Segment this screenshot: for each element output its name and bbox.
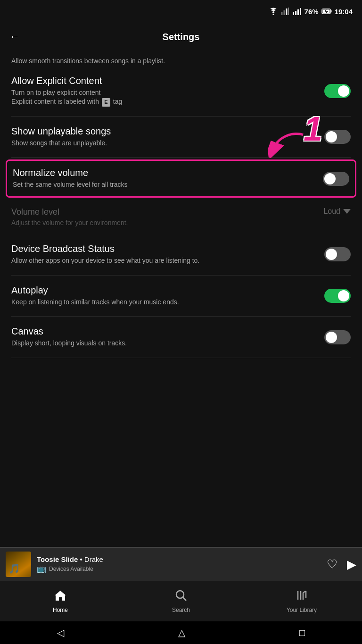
track-device-label: Devices Available xyxy=(49,566,93,572)
svg-rect-10 xyxy=(330,10,331,13)
explicit-toggle-track[interactable] xyxy=(324,84,351,98)
normalize-toggle[interactable] xyxy=(323,172,349,186)
setting-explicit-info: Allow Explicit Content Turn on to play e… xyxy=(11,75,324,107)
broadcast-toggle-track[interactable] xyxy=(324,247,351,261)
back-button[interactable]: ← xyxy=(9,31,20,43)
svg-line-17 xyxy=(183,597,186,601)
canvas-toggle-knob xyxy=(326,332,337,343)
nav-search[interactable]: Search xyxy=(121,589,241,613)
svg-rect-6 xyxy=(295,11,296,15)
now-playing-bar[interactable]: 🎵 Toosie Slide • Drake 📺 Devices Availab… xyxy=(0,547,362,581)
setting-canvas: Canvas Display short, looping visuals on… xyxy=(11,317,351,358)
status-time: 19:04 xyxy=(335,8,353,16)
setting-normalize-desc: Set the same volume level for all tracks xyxy=(13,180,313,190)
album-art: 🎵 xyxy=(6,552,31,577)
setting-normalize-info: Normalize volume Set the same volume lev… xyxy=(13,167,323,190)
explicit-content-toggle[interactable] xyxy=(324,84,351,98)
android-recents-button[interactable]: □ xyxy=(299,627,305,638)
android-back-button[interactable]: ◁ xyxy=(57,627,64,638)
unplayable-toggle-track[interactable] xyxy=(324,130,351,144)
svg-rect-5 xyxy=(293,12,294,15)
unplayable-toggle-knob xyxy=(326,131,337,142)
broadcast-toggle[interactable] xyxy=(324,247,351,261)
track-info: Toosie Slide • Drake 📺 Devices Available xyxy=(37,555,321,573)
autoplay-toggle-track[interactable] xyxy=(324,289,351,303)
svg-rect-8 xyxy=(300,8,301,15)
volume-level-title: Volume level xyxy=(11,207,314,217)
setting-explicit-desc: Turn on to play explicit content Explici… xyxy=(11,88,315,107)
signal-icon xyxy=(281,8,289,15)
battery-percent: 76% xyxy=(304,8,319,16)
broadcast-toggle-knob xyxy=(326,249,337,260)
track-device-row: 📺 Devices Available xyxy=(37,564,321,573)
now-playing-controls: ♡ ▶ xyxy=(327,557,356,572)
unplayable-toggle[interactable] xyxy=(324,130,351,144)
setting-autoplay: Autoplay Keep on listening to similar tr… xyxy=(11,276,351,317)
setting-explicit-content: Allow Explicit Content Turn on to play e… xyxy=(11,66,351,117)
nav-library[interactable]: Your Library xyxy=(241,589,362,613)
setting-canvas-title: Canvas xyxy=(11,326,315,337)
wifi-icon xyxy=(269,8,278,15)
setting-broadcast-title: Device Broadcast Status xyxy=(11,243,315,254)
play-button[interactable]: ▶ xyxy=(347,557,356,572)
setting-normalize-title: Normalize volume xyxy=(13,167,313,178)
track-separator: • xyxy=(80,555,84,563)
setting-broadcast-info: Device Broadcast Status Allow other apps… xyxy=(11,243,324,266)
volume-level-value[interactable]: Loud xyxy=(323,207,351,216)
settings-header: ← Settings xyxy=(0,23,362,51)
nav-search-label: Search xyxy=(172,607,190,613)
battery-icon xyxy=(321,8,332,15)
volume-current-value: Loud xyxy=(323,207,340,216)
crossfade-subtitle: Allow smooth transitions between songs i… xyxy=(11,51,351,66)
setting-autoplay-info: Autoplay Keep on listening to similar tr… xyxy=(11,285,324,307)
svg-point-0 xyxy=(272,14,274,15)
volume-dropdown-arrow-icon xyxy=(343,209,351,214)
android-home-button[interactable]: △ xyxy=(178,627,185,638)
e-tag: E xyxy=(102,98,110,107)
status-bar: 76% 19:04 xyxy=(0,0,362,23)
settings-content: Allow smooth transitions between songs i… xyxy=(0,51,362,358)
autoplay-toggle[interactable] xyxy=(324,289,351,303)
setting-canvas-desc: Display short, looping visuals on tracks… xyxy=(11,339,315,348)
volume-level-desc: Adjust the volume for your environment. xyxy=(11,219,314,226)
home-icon xyxy=(54,589,67,605)
canvas-toggle-track[interactable] xyxy=(324,330,351,344)
device-cast-icon: 📺 xyxy=(37,564,46,573)
volume-level-info: Volume level Adjust the volume for your … xyxy=(11,207,323,226)
normalize-toggle-knob xyxy=(324,173,336,184)
nav-library-label: Your Library xyxy=(287,607,317,613)
page-title: Settings xyxy=(163,32,200,42)
bottom-nav: Home Search Your Library xyxy=(0,581,362,621)
svg-rect-7 xyxy=(297,9,299,15)
album-placeholder-icon: 🎵 xyxy=(8,563,20,574)
explicit-toggle-knob xyxy=(338,85,349,97)
setting-device-broadcast: Device Broadcast Status Allow other apps… xyxy=(11,234,351,276)
setting-normalize-volume: Normalize volume Set the same volume lev… xyxy=(6,159,356,198)
normalize-toggle-track[interactable] xyxy=(323,172,349,186)
library-icon xyxy=(296,589,308,605)
show-unplayable-wrapper: 1 Show unplayable songs Show songs that … xyxy=(11,117,351,158)
search-icon xyxy=(175,589,187,605)
setting-volume-level[interactable]: Volume level Adjust the volume for your … xyxy=(11,200,351,234)
setting-broadcast-desc: Allow other apps on your device to see w… xyxy=(11,256,315,266)
setting-unplayable-title: Show unplayable songs xyxy=(11,126,315,137)
setting-autoplay-desc: Keep on listening to similar tracks when… xyxy=(11,298,315,307)
status-bar-icons: 76% 19:04 xyxy=(269,8,353,16)
nav-home[interactable]: Home xyxy=(0,589,121,613)
setting-canvas-info: Canvas Display short, looping visuals on… xyxy=(11,326,324,348)
like-button[interactable]: ♡ xyxy=(327,557,337,572)
svg-point-16 xyxy=(176,591,184,598)
setting-explicit-title: Allow Explicit Content xyxy=(11,75,315,86)
album-art-inner: 🎵 xyxy=(6,552,31,577)
cell-bars-icon xyxy=(292,8,302,15)
canvas-toggle[interactable] xyxy=(324,330,351,344)
autoplay-toggle-knob xyxy=(338,290,349,301)
android-nav: ◁ △ □ xyxy=(0,621,362,644)
setting-autoplay-title: Autoplay xyxy=(11,285,315,296)
nav-home-label: Home xyxy=(53,607,68,613)
track-title: Toosie Slide • Drake xyxy=(37,555,321,563)
